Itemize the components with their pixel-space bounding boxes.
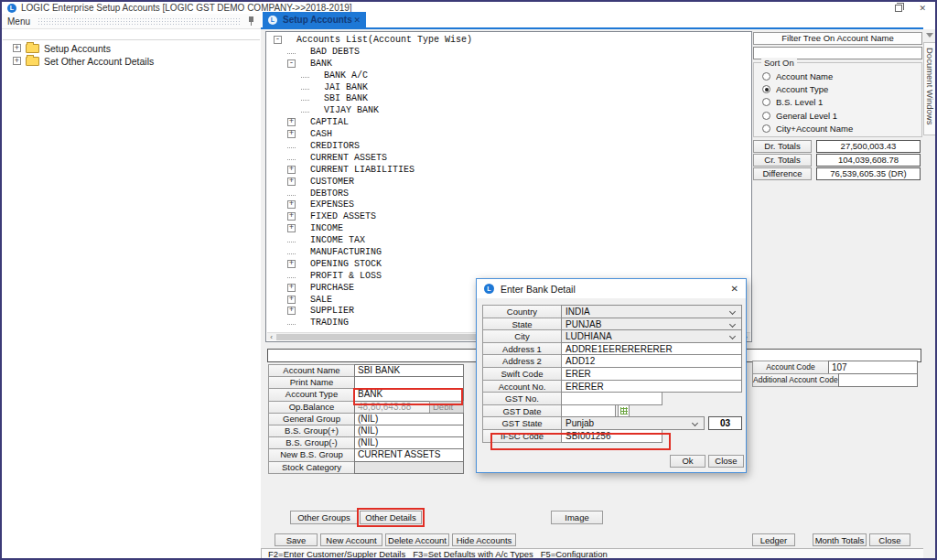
close-icon[interactable]: ✕	[919, 4, 926, 13]
tree-item[interactable]: VIJAY BANK	[266, 104, 751, 116]
expand-plus-icon[interactable]	[13, 57, 21, 65]
ledger-button[interactable]: Ledger	[752, 533, 795, 546]
swift-code-input[interactable]: ERER	[561, 367, 742, 381]
image-button[interactable]: Image	[551, 511, 603, 524]
tree-glyph-icon[interactable]	[287, 320, 296, 325]
tree-glyph-icon[interactable]	[287, 200, 296, 209]
tree-glyph-icon[interactable]	[287, 59, 296, 68]
sort-option[interactable]: Account Type	[754, 82, 921, 95]
sort-option[interactable]: General Level 1	[754, 109, 921, 122]
tree-glyph-icon[interactable]	[287, 130, 296, 138]
tree-item[interactable]: EXPENSES	[266, 199, 751, 210]
general-group-field[interactable]: (NIL)	[354, 413, 464, 425]
tree-glyph-icon[interactable]	[301, 85, 309, 90]
account-no-input[interactable]: ERERER	[561, 380, 742, 393]
radio-icon[interactable]	[762, 72, 770, 81]
tree-glyph-icon[interactable]	[287, 260, 296, 268]
tree-glyph-icon[interactable]	[287, 224, 296, 232]
tree-glyph-icon[interactable]	[287, 191, 296, 196]
nav-tree-item[interactable]: Setup Accounts	[2, 42, 261, 54]
tree-item[interactable]: JAI BANK	[266, 81, 751, 93]
tree-glyph-icon[interactable]	[287, 238, 296, 242]
state-combo[interactable]: PUNJAB	[561, 318, 742, 331]
radio-icon[interactable]	[762, 85, 770, 93]
tree-glyph-icon[interactable]	[287, 118, 296, 126]
tab-setup-accounts[interactable]: L Setup Accounts ✕	[263, 12, 366, 27]
tree-glyph-icon[interactable]	[301, 73, 309, 78]
document-windows-tab[interactable]: Document Windows	[923, 42, 935, 135]
account-name-field[interactable]: SBI BANK	[354, 364, 464, 377]
sort-option[interactable]: City+Account Name	[754, 123, 921, 135]
tree-item[interactable]: Accounts List(Account Type Wise)	[266, 34, 751, 46]
new-bs-group-field[interactable]: CURRENT ASSETS	[354, 448, 464, 461]
chevron-down-icon[interactable]	[926, 33, 933, 38]
tree-glyph-icon[interactable]	[287, 250, 296, 254]
tree-item[interactable]: BANK A/C	[266, 70, 751, 81]
restore-icon[interactable]	[895, 5, 902, 12]
tree-item[interactable]: CUSTOMER	[266, 176, 751, 188]
account-code-field[interactable]: 107	[828, 361, 918, 374]
tree-item[interactable]: CASH	[266, 128, 751, 140]
pin-icon[interactable]	[247, 16, 255, 27]
gst-date-input[interactable]	[561, 404, 616, 418]
new-account-button[interactable]: New Account	[320, 533, 382, 546]
hide-accounts-button[interactable]: Hide Accounts	[452, 533, 516, 546]
additional-account-code-field[interactable]	[838, 373, 918, 387]
bs-group-plus-field[interactable]: (NIL)	[354, 425, 464, 437]
tree-item[interactable]: BAD DEBTS	[266, 46, 751, 58]
radio-icon[interactable]	[762, 124, 770, 133]
stock-category-field[interactable]	[354, 461, 464, 474]
tab-close-icon[interactable]: ✕	[353, 16, 361, 25]
tree-glyph-icon[interactable]	[301, 108, 309, 113]
sort-option[interactable]: B.S. Level 1	[754, 96, 921, 109]
app-window: L LOGIC Enterprise Setup Accounts [LOGIC…	[0, 0, 937, 560]
tree-item[interactable]: CURRENT LIABILITIES	[266, 164, 751, 176]
tree-item[interactable]: SBI BANK	[266, 92, 751, 104]
tree-item[interactable]: INCOME	[266, 222, 751, 234]
tree-glyph-icon[interactable]	[287, 144, 296, 148]
tree-item[interactable]: OPENING STOCK	[266, 258, 751, 270]
close-button[interactable]: Close	[869, 533, 910, 546]
tree-item[interactable]: INCOME TAX	[266, 234, 751, 246]
scroll-left-icon[interactable]	[267, 333, 275, 341]
tree-item[interactable]: MANUFACTURING	[266, 246, 751, 258]
tree-glyph-icon[interactable]	[287, 284, 296, 292]
dialog-close-icon[interactable]: ✕	[731, 284, 738, 294]
tree-item[interactable]: DEBTORS	[266, 188, 751, 199]
save-button[interactable]: Save	[275, 533, 318, 546]
dialog-close-button[interactable]: Close	[708, 455, 744, 468]
tree-item[interactable]: FIXED ASSETS	[266, 210, 751, 222]
expand-plus-icon[interactable]	[13, 44, 21, 52]
radio-icon[interactable]	[762, 112, 770, 120]
bs-group-minus-field[interactable]: (NIL)	[354, 436, 464, 449]
other-groups-button[interactable]: Other Groups	[290, 511, 358, 524]
gst-no-input[interactable]	[561, 392, 662, 405]
gst-state-combo[interactable]: Punjab	[561, 416, 705, 430]
ok-button[interactable]: Ok	[670, 455, 705, 468]
dialog-title-bar[interactable]: L Enter Bank Detail ✕	[477, 279, 746, 298]
tree-glyph-icon[interactable]	[287, 166, 296, 174]
tree-glyph-icon[interactable]	[287, 307, 296, 315]
tree-glyph-icon[interactable]	[287, 212, 296, 221]
tree-glyph-icon[interactable]	[287, 178, 296, 186]
tree-item[interactable]: BANK	[266, 58, 751, 70]
delete-account-button[interactable]: Delete Account	[385, 533, 449, 546]
city-combo[interactable]: LUDHIANA	[561, 329, 742, 343]
tree-item[interactable]: CAPTIAL	[266, 116, 751, 128]
tree-glyph-icon[interactable]	[287, 49, 296, 54]
address1-input[interactable]: ADDRE1EERERERERER	[561, 342, 742, 356]
calendar-icon[interactable]	[618, 404, 630, 418]
radio-icon[interactable]	[762, 98, 770, 106]
nav-tree-item[interactable]: Set Other Account Details	[2, 55, 261, 67]
address2-input[interactable]: ADD12	[561, 354, 742, 368]
tree-glyph-icon[interactable]	[274, 36, 282, 44]
sort-option[interactable]: Account Name	[754, 70, 921, 82]
tree-glyph-icon[interactable]	[301, 96, 309, 101]
tree-item[interactable]: CREDITORS	[266, 140, 751, 152]
tree-glyph-icon[interactable]	[287, 274, 296, 278]
tree-glyph-icon[interactable]	[287, 296, 296, 304]
tree-glyph-icon[interactable]	[287, 156, 296, 160]
country-combo[interactable]: INDIA	[561, 305, 742, 318]
month-totals-button[interactable]: Month Totals	[813, 533, 867, 546]
tree-item[interactable]: CURRENT ASSETS	[266, 152, 751, 164]
